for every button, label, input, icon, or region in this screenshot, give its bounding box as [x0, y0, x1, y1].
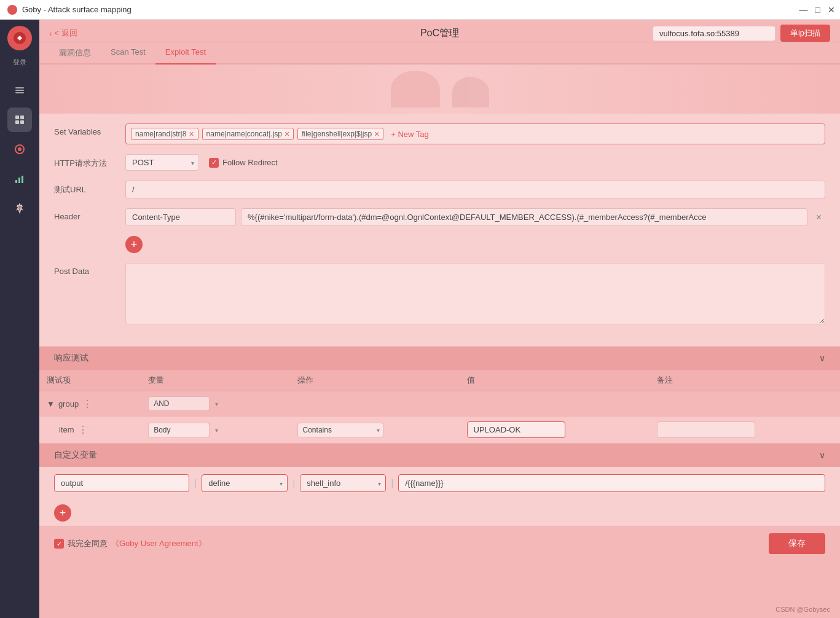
var-value-input[interactable] [398, 474, 825, 492]
window-controls[interactable]: — □ ✕ [799, 5, 835, 15]
svg-rect-7 [20, 120, 24, 124]
item-note-input[interactable] [657, 421, 755, 438]
tags-area: name|rand|str|8 × name|name|concat|.jsp … [125, 123, 825, 144]
header-key-input[interactable] [125, 208, 236, 226]
tag-1-text: name|rand|str|8 [135, 130, 186, 138]
svg-rect-4 [15, 115, 19, 119]
tag-2: name|name|concat|.jsp × [202, 128, 294, 140]
sidebar-item-chart[interactable] [7, 166, 32, 191]
var-type-select-wrap: define regex [202, 474, 288, 492]
separator-1: | [194, 478, 197, 489]
tab-scan-test[interactable]: Scan Test [101, 42, 155, 65]
agreement-link[interactable]: 《Goby User Agreement》 [111, 538, 206, 549]
maximize-btn[interactable]: □ [815, 5, 820, 15]
minimize-btn[interactable]: — [799, 5, 808, 15]
main-content: ‹ < 返回 PoC管理 单ip扫描 漏洞信息 Scan Test Exploi… [39, 20, 840, 618]
agree-checkbox[interactable]: ✓ [54, 539, 64, 549]
header-label: Header [54, 208, 116, 221]
col-operation: 操作 [290, 370, 460, 391]
close-btn[interactable]: ✕ [828, 5, 835, 15]
group-menu-icon[interactable]: ⋮ [82, 398, 92, 410]
follow-redirect-checkbox[interactable]: ✓ [209, 158, 219, 168]
item-value-input[interactable] [467, 421, 565, 438]
group-variable-select[interactable]: AND OR [148, 396, 210, 411]
watermark: CSDN @Gobysec [775, 606, 830, 613]
var-name-input[interactable] [54, 474, 189, 492]
add-header-button[interactable]: + [125, 236, 143, 253]
svg-rect-1 [15, 87, 24, 88]
agree-area[interactable]: ✓ 我完全同意 《Goby User Agreement》 [54, 538, 206, 549]
item-variable-select-wrap: Body Header Status [148, 423, 222, 437]
tag-2-text: name|name|concat|.jsp [206, 130, 282, 138]
item-op-cell: Contains Not Contains Equals [290, 417, 460, 444]
response-test-collapse-icon[interactable]: ∨ [819, 353, 825, 363]
item-menu-icon[interactable]: ⋮ [78, 424, 88, 436]
custom-var-row-1: | define regex | shell_info body | [54, 474, 825, 492]
response-test-title: 响应测试 [54, 353, 88, 364]
new-tag-button[interactable]: + New Tag [387, 128, 433, 140]
item-variable-select[interactable]: Body Header Status [148, 423, 210, 437]
form-section: Set Variables name|rand|str|8 × name|nam… [39, 114, 840, 346]
tags-container[interactable]: name|rand|str|8 × name|name|concat|.jsp … [125, 123, 825, 144]
tab-vuln-info[interactable]: 漏洞信息 [49, 42, 101, 65]
post-data-textarea[interactable] [125, 263, 825, 324]
tag-2-close-icon[interactable]: × [285, 130, 289, 138]
sidebar-item-dashboard[interactable] [7, 108, 32, 132]
svg-rect-3 [15, 92, 24, 93]
header-val-input[interactable] [241, 208, 807, 226]
response-test-table-wrap: 测试项 变量 操作 值 备注 ▼ group ⋮ [39, 370, 840, 444]
add-custom-var-button[interactable]: + [54, 504, 71, 522]
test-url-label: 测试URL [54, 181, 116, 195]
tag-3: file|genshell|exp|$|jsp × [297, 128, 383, 140]
header-row: Header × [54, 208, 825, 226]
svg-rect-11 [18, 178, 20, 183]
var-type-select[interactable]: define regex [202, 474, 288, 492]
app-icon [7, 5, 17, 15]
post-data-label: Post Data [54, 263, 116, 276]
add-header-control: + [125, 236, 825, 253]
post-data-row: Post Data [54, 263, 825, 327]
http-method-select[interactable]: POST GET PUT [125, 154, 199, 171]
custom-vars-collapse-icon[interactable]: ∨ [819, 450, 825, 460]
sidebar-logo [7, 26, 32, 50]
sidebar-login-label[interactable]: 登录 [13, 58, 26, 67]
item-test-item-cell: item ⋮ [39, 417, 141, 444]
group-indicator: ▼ group ⋮ [47, 398, 133, 410]
custom-vars-content: | define regex | shell_info body | [39, 467, 840, 499]
group-collapse-icon[interactable]: ▼ [47, 399, 55, 409]
follow-redirect-text: Follow Redirect [222, 158, 278, 167]
set-variables-row: Set Variables name|rand|str|8 × name|nam… [54, 123, 825, 144]
tag-3-close-icon[interactable]: × [374, 130, 379, 138]
follow-redirect-label[interactable]: ✓ Follow Redirect [209, 158, 278, 168]
sidebar-item-settings[interactable] [7, 196, 32, 221]
svg-point-9 [18, 147, 22, 151]
header-control: × [125, 208, 825, 226]
save-button[interactable]: 保存 [769, 533, 825, 554]
host-input[interactable] [653, 26, 775, 41]
response-test-divider: 响应测试 ∨ [39, 346, 840, 370]
tab-exploit-test[interactable]: Exploit Test [155, 42, 216, 65]
group-value-cell [460, 391, 650, 417]
item-op-select[interactable]: Contains Not Contains Equals [297, 423, 383, 437]
col-variable: 变量 [141, 370, 289, 391]
separator-2: | [292, 478, 295, 489]
sidebar: 登录 [0, 20, 39, 618]
single-ip-scan-button[interactable]: 单ip扫描 [780, 25, 830, 42]
header-inputs: × [125, 208, 825, 226]
sidebar-item-menu[interactable] [7, 78, 32, 103]
content-area: Set Variables name|rand|str|8 × name|nam… [39, 65, 840, 618]
tag-1-close-icon[interactable]: × [189, 130, 194, 138]
back-button[interactable]: ‹ < 返回 [49, 28, 77, 39]
test-url-input[interactable] [125, 181, 825, 198]
sidebar-item-target[interactable] [7, 137, 32, 162]
add-header-row: + [54, 236, 825, 253]
http-method-row: HTTP请求方法 POST GET PUT ▾ ✓ Follow Redirec… [54, 154, 825, 171]
tag-3-text: file|genshell|exp|$|jsp [302, 130, 372, 138]
group-variable-cell: AND OR [141, 391, 289, 417]
svg-rect-6 [15, 120, 19, 124]
set-variables-label: Set Variables [54, 123, 116, 136]
header-delete-icon[interactable]: × [812, 211, 825, 224]
top-nav: ‹ < 返回 PoC管理 单ip扫描 [39, 20, 840, 42]
var-source-select[interactable]: shell_info body [300, 474, 386, 492]
response-table: 测试项 变量 操作 值 备注 ▼ group ⋮ [39, 370, 840, 444]
